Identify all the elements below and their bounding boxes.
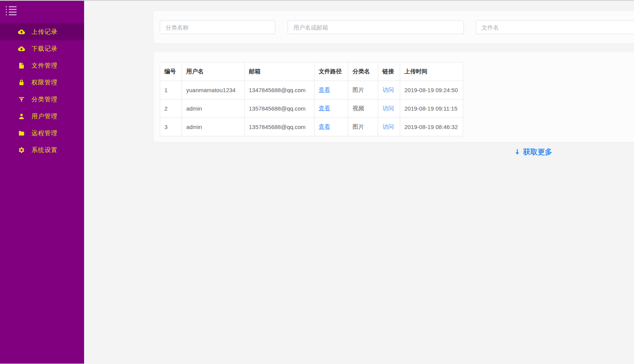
view-file-link[interactable]: 查看 [319, 105, 330, 111]
sidebar-item-user-management[interactable]: 用户管理 [0, 108, 84, 125]
down-arrow-icon [513, 148, 521, 156]
cell-email: 1357845688@qq.com [245, 118, 315, 136]
cell-username: admin [182, 118, 245, 136]
main-content: 编号 用户名 邮箱 文件路径 分类名 链接 上传时间 1 yuanmamatou… [84, 1, 634, 364]
cell-file-path: 查看 [315, 99, 348, 118]
column-header-file-path: 文件路径 [315, 63, 348, 81]
sidebar-item-label: 远程管理 [31, 129, 58, 137]
load-more-button[interactable]: 获取更多 [513, 147, 552, 157]
gear-icon [18, 147, 25, 154]
cell-link: 访问 [378, 118, 400, 136]
visit-link[interactable]: 访问 [382, 86, 394, 93]
category-name-input[interactable] [160, 20, 275, 34]
cell-username: admin [182, 99, 245, 118]
search-bar [154, 11, 634, 43]
filter-icon [18, 96, 25, 103]
column-header-email: 邮箱 [245, 63, 315, 81]
cell-link: 访问 [378, 99, 400, 118]
sidebar-item-label: 权限管理 [31, 79, 58, 87]
cell-file-path: 查看 [315, 118, 348, 136]
column-header-upload-time: 上传时间 [400, 63, 463, 81]
view-file-link[interactable]: 查看 [319, 123, 330, 130]
cell-email: 1357845688@qq.com [245, 99, 315, 118]
sidebar-item-system-settings[interactable]: 系统设置 [0, 142, 84, 159]
lock-icon [18, 79, 25, 86]
upload-records-table: 编号 用户名 邮箱 文件路径 分类名 链接 上传时间 1 yuanmamatou… [160, 62, 463, 136]
visit-link[interactable]: 访问 [382, 105, 394, 111]
column-header-username: 用户名 [182, 63, 245, 81]
sidebar-item-label: 系统设置 [31, 146, 58, 154]
sidebar-item-label: 文件管理 [31, 62, 58, 70]
sidebar: 上传记录 下载记录 文件管理 权限管理 [0, 1, 84, 364]
column-header-category: 分类名 [348, 63, 378, 81]
sidebar-item-label: 分类管理 [31, 96, 58, 104]
sidebar-item-label: 用户管理 [31, 113, 58, 121]
cell-email: 1347845688@qq.com [245, 81, 315, 99]
column-header-id: 编号 [160, 63, 182, 81]
table-row: 2 admin 1357845688@qq.com 查看 视频 访问 2019-… [160, 99, 463, 118]
cell-upload-time: 2019-08-19 08:46:32 [400, 118, 463, 136]
cell-category: 图片 [348, 118, 378, 136]
cell-id: 3 [160, 118, 182, 136]
visit-link[interactable]: 访问 [382, 123, 394, 130]
username-email-input[interactable] [288, 20, 464, 34]
sidebar-item-remote-management[interactable]: 远程管理 [0, 125, 84, 142]
sidebar-item-permission-management[interactable]: 权限管理 [0, 74, 84, 91]
sidebar-item-file-management[interactable]: 文件管理 [0, 57, 84, 74]
menu-toggle-button[interactable] [0, 1, 84, 17]
cell-id: 2 [160, 99, 182, 118]
list-icon [6, 6, 17, 15]
cell-link: 访问 [378, 81, 400, 99]
sidebar-menu: 上传记录 下载记录 文件管理 权限管理 [0, 23, 84, 159]
cell-category: 图片 [348, 81, 378, 99]
filename-input[interactable] [476, 20, 634, 34]
load-more-label: 获取更多 [523, 147, 552, 157]
sidebar-item-upload-records[interactable]: 上传记录 [0, 23, 84, 40]
cell-category: 视频 [348, 99, 378, 118]
sidebar-item-category-management[interactable]: 分类管理 [0, 91, 84, 108]
cell-upload-time: 2019-08-19 09:24:50 [400, 81, 463, 99]
table-header-row: 编号 用户名 邮箱 文件路径 分类名 链接 上传时间 [160, 63, 463, 81]
table-row: 3 admin 1357845688@qq.com 查看 图片 访问 2019-… [160, 118, 463, 136]
cloud-upload-icon [18, 28, 25, 35]
sidebar-item-label: 上传记录 [31, 28, 58, 36]
file-icon [18, 62, 25, 69]
cell-username: yuanmamatou1234 [182, 81, 245, 99]
cell-id: 1 [160, 81, 182, 99]
load-more-row: 获取更多 [513, 147, 634, 157]
user-icon [18, 113, 25, 120]
view-file-link[interactable]: 查看 [319, 86, 330, 93]
sidebar-item-download-records[interactable]: 下载记录 [0, 40, 84, 57]
table-row: 1 yuanmamatou1234 1347845688@qq.com 查看 图… [160, 81, 463, 99]
cloud-download-icon [18, 45, 25, 52]
cell-upload-time: 2019-08-19 09:11:15 [400, 99, 463, 118]
column-header-link: 链接 [378, 63, 400, 81]
upload-records-card: 编号 用户名 邮箱 文件路径 分类名 链接 上传时间 1 yuanmamatou… [154, 52, 634, 142]
cell-file-path: 查看 [315, 81, 348, 99]
folder-icon [18, 130, 25, 137]
sidebar-item-label: 下载记录 [31, 45, 58, 53]
